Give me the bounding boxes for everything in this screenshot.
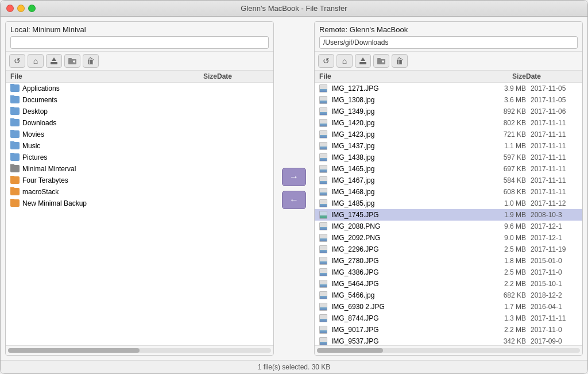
file-name: Downloads (10, 118, 177, 128)
table-row[interactable]: IMG_1465.jpg697 KB2017-11-11 (315, 163, 582, 175)
table-row[interactable]: IMG_1420.jpg802 KB2017-11-11 (315, 117, 582, 129)
left-refresh-button[interactable]: ↺ (9, 54, 25, 68)
file-date: 2017-11-05 (526, 96, 578, 104)
right-delete-button[interactable]: 🗑 (392, 54, 408, 68)
svg-rect-3 (68, 58, 72, 60)
image-icon (319, 280, 327, 288)
title-bar: Glenn's MacBook - File Transfer (1, 1, 587, 17)
table-row[interactable]: IMG_1349.jpg892 KB2017-11-06 (315, 106, 582, 117)
file-date: 2017-11-05 (526, 84, 578, 92)
left-path-input[interactable] (10, 36, 269, 49)
main-window: Glenn's MacBook - File Transfer Local: M… (0, 0, 588, 374)
folder-icon (10, 199, 20, 207)
table-row[interactable]: Desktop (6, 106, 273, 117)
file-name: macroStack (10, 187, 177, 196)
table-row[interactable]: Four Terabytes (6, 175, 273, 186)
table-row[interactable]: Applications (6, 83, 273, 94)
table-row[interactable]: New Minimal Backup (6, 198, 273, 209)
image-icon (319, 84, 327, 92)
file-size: 802 KB (486, 119, 526, 127)
table-row[interactable]: Music (6, 140, 273, 152)
right-refresh-button[interactable]: ↺ (318, 54, 334, 68)
left-scrollbar[interactable] (8, 348, 271, 353)
table-row[interactable]: IMG_8744.JPG1.3 MB2017-11-11 (315, 313, 582, 324)
table-row[interactable]: IMG_1271.JPG3.9 MB2017-11-05 (315, 83, 582, 94)
right-scrollbar[interactable] (317, 348, 580, 353)
right-pane-header: Remote: Glenn's MacBook (315, 22, 582, 52)
file-size: 9.0 MB (486, 234, 526, 242)
file-name: IMG_1467.jpg (319, 176, 486, 185)
file-date: 2015-10-1 (526, 280, 578, 288)
close-button[interactable] (6, 5, 14, 12)
file-date: 2017-11-0 (526, 268, 578, 276)
table-row[interactable]: IMG_1423.jpg721 KB2017-11-11 (315, 129, 582, 140)
svg-rect-0 (51, 62, 57, 64)
image-icon (319, 314, 327, 322)
right-newfolder-button[interactable] (373, 54, 389, 68)
table-row[interactable]: Downloads (6, 117, 273, 129)
file-name: IMG_1271.JPG (319, 84, 486, 93)
file-date: 2017-11-11 (526, 165, 578, 173)
status-text: 1 file(s) selected. 30 KB (258, 363, 331, 371)
svg-marker-1 (52, 57, 56, 61)
table-row[interactable]: IMG_9017.JPG2.2 MB2017-11-0 (315, 324, 582, 336)
minimize-button[interactable] (17, 5, 25, 12)
left-delete-button[interactable]: 🗑 (83, 54, 99, 68)
left-home-button[interactable]: ⌂ (28, 54, 44, 68)
image-icon (319, 96, 327, 104)
table-row[interactable]: IMG_2780.JPG1.8 MB2015-01-0 (315, 255, 582, 267)
table-row[interactable]: IMG_1468.jpg608 KB2017-11-11 (315, 186, 582, 198)
file-name: IMG_1423.jpg (319, 130, 486, 139)
file-name: IMG_2296.JPG (319, 245, 486, 254)
image-icon (319, 199, 327, 207)
table-row[interactable]: IMG_9537.JPG342 KB2017-09-0 (315, 336, 582, 345)
right-pane-label: Remote: Glenn's MacBook (319, 25, 578, 34)
table-row[interactable]: IMG_4386.JPG2.5 MB2017-11-0 (315, 267, 582, 278)
transfer-left-button[interactable]: ← (282, 191, 306, 209)
table-row[interactable]: IMG_2092.PNG9.0 MB2017-12-1 (315, 232, 582, 244)
file-date: 2008-10-3 (526, 211, 578, 219)
file-date: 2017-11-11 (526, 314, 578, 322)
table-row[interactable]: IMG_2296.JPG2.5 MB2017-11-19 (315, 244, 582, 255)
file-date: 2017-12-1 (526, 234, 578, 242)
table-row[interactable]: IMG_1438.jpg597 KB2017-11-11 (315, 152, 582, 163)
table-row[interactable]: IMG_1467.jpg584 KB2017-11-11 (315, 175, 582, 186)
file-name: IMG_9017.JPG (319, 325, 486, 334)
table-row[interactable]: IMG_1485.jpg1.0 MB2017-11-12 (315, 198, 582, 209)
table-row[interactable]: IMG_2088.PNG9.6 MB2017-12-1 (315, 221, 582, 232)
table-row[interactable]: macroStack (6, 186, 273, 198)
table-row[interactable]: IMG_6930 2.JPG1.7 MB2016-04-1 (315, 301, 582, 313)
right-upload-button[interactable] (355, 54, 371, 68)
table-row[interactable]: IMG_1308.jpg3.6 MB2017-11-05 (315, 94, 582, 106)
table-row[interactable]: Documents (6, 94, 273, 106)
image-icon (319, 165, 327, 173)
file-size: 892 KB (486, 107, 526, 115)
file-size: 597 KB (486, 153, 526, 161)
file-date: 2017-11-11 (526, 142, 578, 150)
table-row[interactable]: IMG_1745.JPG1.9 MB2008-10-3 (315, 209, 582, 221)
table-row[interactable]: Pictures (6, 152, 273, 163)
left-col-file: File (10, 72, 177, 80)
table-row[interactable]: IMG_5466.jpg682 KB2018-12-2 (315, 290, 582, 301)
file-size: 2.2 MB (486, 280, 526, 288)
file-name: IMG_1308.jpg (319, 95, 486, 105)
table-row[interactable]: Movies (6, 129, 273, 140)
right-pane: Remote: Glenn's MacBook ↺ ⌂ (314, 21, 583, 356)
maximize-button[interactable] (28, 5, 36, 12)
left-toolbar: ↺ ⌂ 🗑 (6, 52, 273, 71)
table-row[interactable]: IMG_1437.jpg1.1 MB2017-11-11 (315, 140, 582, 152)
image-icon (319, 153, 327, 161)
file-date: 2017-11-11 (526, 188, 578, 196)
right-home-button[interactable]: ⌂ (336, 54, 353, 68)
folder-icon (10, 119, 20, 126)
left-upload-button[interactable] (46, 54, 62, 68)
file-size: 9.6 MB (486, 222, 526, 230)
file-size: 584 KB (486, 176, 526, 184)
right-path-input[interactable] (319, 36, 578, 49)
table-row[interactable]: IMG_5464.JPG2.2 MB2015-10-1 (315, 278, 582, 290)
left-col-size: Size (177, 72, 217, 80)
transfer-right-button[interactable]: → (282, 168, 306, 186)
left-file-list-header: File Size Date (6, 71, 273, 83)
left-newfolder-button[interactable] (64, 54, 80, 68)
table-row[interactable]: Minimal Minterval (6, 163, 273, 175)
